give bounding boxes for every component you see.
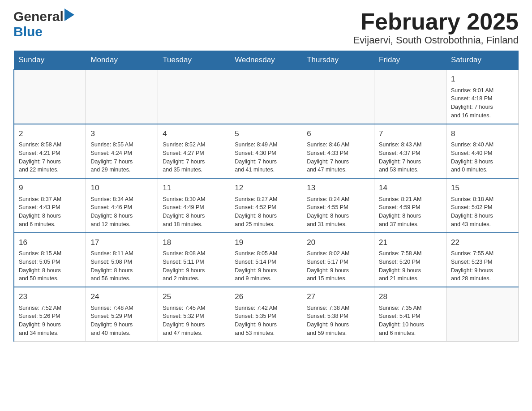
table-row: 13Sunrise: 8:24 AMSunset: 4:55 PMDayligh… — [302, 178, 374, 233]
day-number: 15 — [451, 182, 514, 194]
table-row: 5Sunrise: 8:49 AMSunset: 4:30 PMDaylight… — [230, 124, 302, 179]
table-row — [374, 69, 446, 124]
col-monday: Monday — [86, 51, 158, 70]
table-row: 16Sunrise: 8:15 AMSunset: 5:05 PMDayligh… — [14, 233, 86, 287]
day-info: Sunrise: 8:15 AMSunset: 5:05 PMDaylight:… — [19, 249, 81, 283]
day-number: 1 — [451, 73, 514, 85]
table-row: 8Sunrise: 8:40 AMSunset: 4:40 PMDaylight… — [446, 124, 519, 179]
day-number: 8 — [451, 128, 514, 140]
table-row: 15Sunrise: 8:18 AMSunset: 5:02 PMDayligh… — [446, 178, 519, 233]
day-info: Sunrise: 7:38 AMSunset: 5:38 PMDaylight:… — [307, 304, 369, 338]
calendar-header-row: Sunday Monday Tuesday Wednesday Thursday… — [14, 51, 519, 70]
day-info: Sunrise: 9:01 AMSunset: 4:18 PMDaylight:… — [451, 86, 514, 120]
day-info: Sunrise: 8:58 AMSunset: 4:21 PMDaylight:… — [19, 141, 81, 174]
day-info: Sunrise: 8:02 AMSunset: 5:17 PMDaylight:… — [307, 249, 369, 283]
col-tuesday: Tuesday — [158, 51, 230, 70]
logo: General Blue — [13, 9, 74, 39]
day-info: Sunrise: 8:27 AMSunset: 4:52 PMDaylight:… — [235, 195, 297, 229]
col-friday: Friday — [374, 51, 446, 70]
calendar-table: Sunday Monday Tuesday Wednesday Thursday… — [13, 51, 519, 342]
day-number: 4 — [163, 128, 225, 140]
day-info: Sunrise: 7:58 AMSunset: 5:20 PMDaylight:… — [379, 249, 442, 283]
table-row: 1Sunrise: 9:01 AMSunset: 4:18 PMDaylight… — [446, 69, 519, 124]
table-row: 18Sunrise: 8:08 AMSunset: 5:11 PMDayligh… — [158, 233, 230, 287]
day-info: Sunrise: 8:43 AMSunset: 4:37 PMDaylight:… — [379, 141, 442, 174]
table-row: 26Sunrise: 7:42 AMSunset: 5:35 PMDayligh… — [230, 287, 302, 341]
table-row — [446, 287, 519, 341]
calendar-week-row: 16Sunrise: 8:15 AMSunset: 5:05 PMDayligh… — [14, 233, 519, 287]
day-number: 25 — [163, 291, 225, 303]
day-info: Sunrise: 8:11 AMSunset: 5:08 PMDaylight:… — [90, 249, 153, 283]
day-number: 16 — [19, 237, 81, 248]
day-info: Sunrise: 7:35 AMSunset: 5:41 PMDaylight:… — [379, 304, 442, 338]
calendar-subtitle: Evijaervi, South Ostrobothnia, Finland — [353, 34, 519, 46]
table-row: 24Sunrise: 7:48 AMSunset: 5:29 PMDayligh… — [86, 287, 158, 341]
table-row — [158, 69, 230, 124]
table-row: 3Sunrise: 8:55 AMSunset: 4:24 PMDaylight… — [86, 124, 158, 179]
day-number: 28 — [379, 291, 442, 303]
table-row: 28Sunrise: 7:35 AMSunset: 5:41 PMDayligh… — [374, 287, 446, 341]
day-number: 18 — [163, 237, 225, 248]
day-info: Sunrise: 7:48 AMSunset: 5:29 PMDaylight:… — [90, 304, 153, 338]
day-number: 7 — [379, 128, 442, 140]
day-info: Sunrise: 7:52 AMSunset: 5:26 PMDaylight:… — [19, 304, 81, 338]
table-row: 14Sunrise: 8:21 AMSunset: 4:59 PMDayligh… — [374, 178, 446, 233]
svg-marker-0 — [64, 9, 74, 21]
day-number: 6 — [307, 128, 369, 140]
table-row — [230, 69, 302, 124]
day-number: 12 — [235, 182, 297, 194]
day-number: 21 — [379, 237, 442, 248]
day-info: Sunrise: 8:52 AMSunset: 4:27 PMDaylight:… — [163, 141, 225, 174]
calendar-week-row: 2Sunrise: 8:58 AMSunset: 4:21 PMDaylight… — [14, 124, 519, 179]
day-info: Sunrise: 8:49 AMSunset: 4:30 PMDaylight:… — [235, 141, 297, 174]
col-sunday: Sunday — [14, 51, 86, 70]
col-saturday: Saturday — [446, 51, 519, 70]
table-row — [14, 69, 86, 124]
table-row: 17Sunrise: 8:11 AMSunset: 5:08 PMDayligh… — [86, 233, 158, 287]
day-info: Sunrise: 7:45 AMSunset: 5:32 PMDaylight:… — [163, 304, 225, 338]
day-number: 27 — [307, 291, 369, 303]
day-info: Sunrise: 8:46 AMSunset: 4:33 PMDaylight:… — [307, 141, 369, 174]
day-info: Sunrise: 8:55 AMSunset: 4:24 PMDaylight:… — [90, 141, 153, 174]
day-info: Sunrise: 7:42 AMSunset: 5:35 PMDaylight:… — [235, 304, 297, 338]
table-row: 7Sunrise: 8:43 AMSunset: 4:37 PMDaylight… — [374, 124, 446, 179]
day-number: 19 — [235, 237, 297, 248]
table-row — [86, 69, 158, 124]
table-row: 11Sunrise: 8:30 AMSunset: 4:49 PMDayligh… — [158, 178, 230, 233]
table-row — [302, 69, 374, 124]
day-number: 26 — [235, 291, 297, 303]
day-number: 13 — [307, 182, 369, 194]
day-info: Sunrise: 8:34 AMSunset: 4:46 PMDaylight:… — [90, 195, 153, 229]
day-info: Sunrise: 8:21 AMSunset: 4:59 PMDaylight:… — [379, 195, 442, 229]
table-row: 23Sunrise: 7:52 AMSunset: 5:26 PMDayligh… — [14, 287, 86, 341]
logo-arrow-icon — [64, 9, 74, 21]
day-number: 24 — [90, 291, 153, 303]
table-row: 10Sunrise: 8:34 AMSunset: 4:46 PMDayligh… — [86, 178, 158, 233]
table-row: 27Sunrise: 7:38 AMSunset: 5:38 PMDayligh… — [302, 287, 374, 341]
table-row: 2Sunrise: 8:58 AMSunset: 4:21 PMDaylight… — [14, 124, 86, 179]
table-row: 22Sunrise: 7:55 AMSunset: 5:23 PMDayligh… — [446, 233, 519, 287]
day-number: 10 — [90, 182, 153, 194]
table-row: 6Sunrise: 8:46 AMSunset: 4:33 PMDaylight… — [302, 124, 374, 179]
calendar-week-row: 9Sunrise: 8:37 AMSunset: 4:43 PMDaylight… — [14, 178, 519, 233]
table-row: 21Sunrise: 7:58 AMSunset: 5:20 PMDayligh… — [374, 233, 446, 287]
col-thursday: Thursday — [302, 51, 374, 70]
day-number: 20 — [307, 237, 369, 248]
day-number: 9 — [19, 182, 81, 194]
col-wednesday: Wednesday — [230, 51, 302, 70]
day-info: Sunrise: 8:40 AMSunset: 4:40 PMDaylight:… — [451, 141, 514, 174]
day-number: 11 — [163, 182, 225, 194]
logo-blue-text: Blue — [13, 24, 43, 39]
day-info: Sunrise: 8:37 AMSunset: 4:43 PMDaylight:… — [19, 195, 81, 229]
day-number: 3 — [90, 128, 153, 140]
table-row: 4Sunrise: 8:52 AMSunset: 4:27 PMDaylight… — [158, 124, 230, 179]
day-number: 22 — [451, 237, 514, 248]
table-row: 19Sunrise: 8:05 AMSunset: 5:14 PMDayligh… — [230, 233, 302, 287]
table-row: 9Sunrise: 8:37 AMSunset: 4:43 PMDaylight… — [14, 178, 86, 233]
calendar-week-row: 1Sunrise: 9:01 AMSunset: 4:18 PMDaylight… — [14, 69, 519, 124]
day-number: 14 — [379, 182, 442, 194]
day-number: 17 — [90, 237, 153, 248]
calendar-week-row: 23Sunrise: 7:52 AMSunset: 5:26 PMDayligh… — [14, 287, 519, 341]
logo-general-text: General — [13, 9, 64, 24]
table-row: 25Sunrise: 7:45 AMSunset: 5:32 PMDayligh… — [158, 287, 230, 341]
